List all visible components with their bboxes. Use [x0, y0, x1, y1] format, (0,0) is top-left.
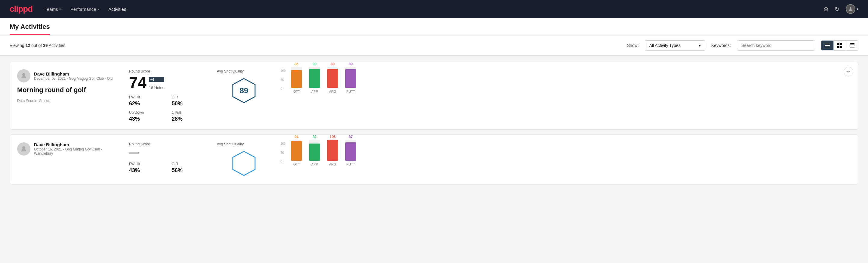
avatar-button[interactable]: ▾: [846, 4, 858, 14]
fw-hit-value: 43%: [129, 167, 164, 174]
chevron-down-icon: ▾: [97, 7, 99, 11]
gir-stat: GIR 50%: [172, 95, 207, 107]
search-input[interactable]: [737, 40, 815, 51]
y-min-label: 0: [281, 87, 286, 90]
y-min-label: 0: [281, 160, 286, 163]
nav-teams[interactable]: Teams ▾: [44, 7, 60, 12]
nav-performance[interactable]: Performance ▾: [70, 7, 99, 12]
shot-quality-hexagon: 89: [217, 77, 271, 104]
bar-value-putt: 89: [349, 62, 352, 66]
fw-hit-label: FW Hit: [129, 162, 164, 166]
stats-grid: FW Hit 62% GIR 50% Up/Down 43% 1 Putt 28…: [129, 95, 207, 122]
chart-col-putt: 87 PUTT: [345, 135, 356, 166]
score-main: 74 +4 18 Holes: [129, 75, 207, 90]
bar-label-app: APP: [311, 90, 318, 93]
bar-fill-arg: [327, 140, 338, 161]
bar-fill-putt: [345, 142, 356, 161]
chart-col-ott: 94 OTT: [291, 135, 302, 166]
svg-point-12: [22, 73, 25, 76]
svg-marker-15: [233, 151, 255, 175]
card-stats: Round Score — FW Hit 43% GIR 56%: [129, 142, 207, 174]
user-date: October 16, 2021 - Gog Magog Golf Club -…: [34, 147, 119, 155]
svg-rect-11: [850, 47, 855, 48]
shot-quality-hexagon: [217, 150, 271, 177]
round-score-label: Round Score: [129, 142, 207, 146]
bar-app: [309, 140, 320, 161]
bar-label-arg: ARG: [329, 163, 336, 166]
user-info: Dave Billingham October 16, 2021 - Gog M…: [17, 142, 119, 155]
bar-putt: [345, 140, 356, 161]
avg-shot-quality-label: Avg Shot Quality: [217, 142, 244, 146]
svg-rect-5: [840, 43, 842, 45]
chart-col-app: 90 APP: [309, 62, 320, 93]
chart-wrapper: 100 50 0 85 OTT 90: [281, 69, 851, 99]
activity-type-dropdown[interactable]: All Activity Types ▾: [645, 40, 705, 51]
round-score-label: Round Score: [129, 69, 207, 74]
bar-fill-app: [309, 144, 320, 161]
bar-arg: [327, 67, 338, 88]
view-compact-button[interactable]: [846, 40, 858, 50]
bar-value-arg: 89: [331, 62, 335, 66]
bar-ott: [291, 140, 302, 161]
svg-point-0: [850, 7, 851, 9]
y-mid-label: 50: [281, 78, 286, 82]
view-toggle: [821, 40, 858, 51]
bar-label-ott: OTT: [293, 163, 300, 166]
refresh-icon[interactable]: ↻: [835, 5, 840, 12]
y-mid-label: 50: [281, 151, 286, 154]
avatar: [846, 4, 856, 14]
chart-bars: 94 OTT 82 APP 106: [291, 142, 851, 172]
gir-value: 56%: [172, 167, 207, 174]
card-quality: Avg Shot Quality 89: [217, 69, 271, 104]
avatar: [17, 69, 30, 83]
bar-label-app: APP: [311, 163, 318, 166]
y-max-label: 100: [281, 142, 286, 145]
svg-point-14: [22, 146, 25, 149]
updown-label: Up/Down: [129, 111, 164, 115]
bar-label-arg: ARG: [329, 90, 336, 93]
svg-rect-9: [850, 45, 855, 45]
user-name: Dave Billingham: [34, 142, 119, 147]
view-grid-button[interactable]: [834, 40, 846, 50]
activity-card: Dave Billingham October 16, 2021 - Gog M…: [10, 135, 858, 184]
hexagon-shape: 89: [230, 77, 257, 104]
card-chart: 100 50 0 85 OTT 90: [281, 69, 851, 99]
page-title: My Activities: [10, 23, 50, 35]
chart-col-ott: 85 OTT: [291, 62, 302, 93]
card-stats: Round Score 74 +4 18 Holes FW Hit 62% GI…: [129, 69, 207, 122]
bar-label-putt: PUTT: [346, 90, 355, 93]
gir-label: GIR: [172, 95, 207, 99]
header-right: ⊕ ↻ ▾: [824, 4, 858, 14]
nav: Teams ▾ Performance ▾ Activities: [44, 7, 126, 12]
y-axis-labels: 100 50 0: [281, 142, 286, 163]
bar-arg: [327, 140, 338, 161]
svg-rect-6: [837, 46, 839, 48]
chart-col-app: 82 APP: [309, 135, 320, 166]
bar-ott: [291, 67, 302, 88]
gir-value: 50%: [172, 100, 207, 107]
svg-rect-10: [850, 46, 855, 46]
chevron-down-icon: ▾: [699, 43, 701, 48]
edit-button[interactable]: ✏: [844, 67, 853, 77]
bar-label-putt: PUTT: [346, 163, 355, 166]
updown-value: 43%: [129, 116, 164, 122]
chart-wrapper: 100 50 0 94 OTT 82: [281, 142, 851, 172]
nav-activities[interactable]: Activities: [108, 7, 126, 12]
page-title-bar: My Activities: [0, 18, 868, 35]
bar-value-ott: 85: [294, 62, 298, 66]
nav-performance-label: Performance: [70, 7, 96, 12]
data-source: Data Source: Arccos: [17, 99, 119, 103]
activity-type-value: All Activity Types: [649, 43, 681, 48]
add-icon[interactable]: ⊕: [824, 5, 829, 12]
svg-rect-1: [825, 43, 830, 44]
gir-stat: GIR 56%: [172, 162, 207, 174]
chart-col-putt: 89 PUTT: [345, 62, 356, 93]
fw-hit-label: FW Hit: [129, 95, 164, 99]
header: clippd Teams ▾ Performance ▾ Activities …: [0, 0, 868, 18]
logo: clippd: [10, 4, 32, 14]
activities-container: Dave Billingham December 05, 2021 - Gog …: [0, 56, 868, 191]
svg-rect-4: [837, 43, 839, 45]
view-list-button[interactable]: [822, 40, 834, 50]
fw-hit-value: 62%: [129, 100, 164, 107]
shot-quality-number: 89: [240, 86, 248, 95]
